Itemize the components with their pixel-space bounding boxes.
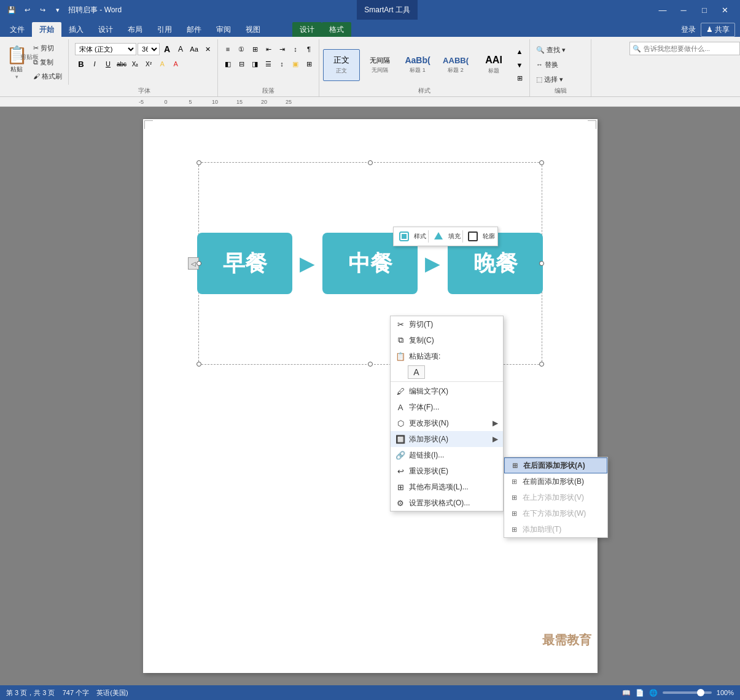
handle-tc[interactable]	[368, 160, 373, 165]
handle-tl[interactable]	[197, 160, 201, 165]
indent-decrease-btn[interactable]: ⇤	[262, 43, 275, 55]
paste-preview-box[interactable]: A	[408, 365, 425, 379]
numbering-btn[interactable]: ①	[235, 43, 247, 55]
login-btn[interactable]: 登录	[681, 25, 696, 35]
ctx-add-shape[interactable]: 🔲 添加形状(A) ▶	[391, 431, 503, 447]
tab-review[interactable]: 审阅	[209, 22, 238, 37]
bullets-btn[interactable]: ≡	[222, 43, 234, 55]
style-title[interactable]: AAI 标题	[475, 49, 512, 81]
undo-btn[interactable]: ↩	[20, 3, 34, 17]
handle-ml[interactable]	[197, 261, 201, 266]
ribbon-toggle-btn[interactable]: —	[653, 1, 672, 18]
ctx-paste-options[interactable]: 📋 粘贴选项:	[391, 348, 503, 364]
zoom-thumb[interactable]	[697, 689, 704, 696]
ctx-layout-options[interactable]: ⊞ 其他布局选项(L)...	[391, 479, 503, 495]
qa-dropdown-btn[interactable]: ▾	[51, 3, 64, 17]
styles-more-btn[interactable]: ⊞	[513, 72, 526, 85]
tab-home[interactable]: 开始	[32, 22, 61, 37]
strikethrough-btn[interactable]: abc	[115, 58, 128, 70]
underline-btn[interactable]: U	[102, 58, 114, 70]
line-spacing-btn[interactable]: ↕	[276, 58, 288, 70]
ctx-hyperlink[interactable]: 🔗 超链接(I)...	[391, 447, 503, 463]
submenu-add-before[interactable]: ⊞ 在前面添加形状(B)	[504, 473, 607, 489]
style-no-spacing[interactable]: 无间隔 无间隔	[361, 49, 398, 81]
tab-design[interactable]: 设计	[91, 22, 120, 37]
sort-btn[interactable]: ↕	[289, 43, 302, 55]
font-family-select[interactable]: 宋体 (正文)	[75, 43, 136, 55]
ctx-layout-options-label: 其他布局选项(L)...	[409, 482, 469, 492]
mt-outline-btn[interactable]	[465, 229, 481, 244]
redo-btn[interactable]: ↪	[36, 3, 49, 17]
superscript-btn[interactable]: X²	[142, 58, 155, 70]
tab-view[interactable]: 视图	[238, 22, 268, 37]
font-size-select[interactable]: 36	[138, 43, 160, 55]
view-print-btn[interactable]: 📄	[636, 689, 644, 697]
search-input[interactable]	[644, 45, 730, 52]
replace-btn[interactable]: ↔ 替换	[534, 58, 561, 71]
tab-references[interactable]: 引用	[150, 22, 179, 37]
tab-smartart-design[interactable]: 设计	[292, 22, 322, 37]
styles-scroll-down[interactable]: ▼	[513, 59, 526, 71]
styles-scroll-up[interactable]: ▲	[513, 45, 526, 58]
flow-box-1[interactable]: 早餐	[197, 233, 292, 294]
bold-btn[interactable]: B	[75, 58, 87, 70]
border-btn[interactable]: ⊞	[303, 58, 315, 70]
tab-layout[interactable]: 布局	[120, 22, 150, 37]
search-bar[interactable]: 🔍	[629, 42, 740, 55]
font-clear-btn[interactable]: ✕	[201, 43, 214, 55]
ctx-reset-shape[interactable]: ↩ 重设形状(E)	[391, 463, 503, 479]
justify-btn[interactable]: ☰	[262, 58, 275, 70]
ctx-paste-preview[interactable]: A	[391, 364, 503, 380]
tab-smartart-format[interactable]: 格式	[322, 22, 351, 37]
hyperlink-icon: 🔗	[395, 450, 405, 460]
minimize-btn[interactable]: ─	[674, 1, 693, 18]
subscript-btn[interactable]: X₂	[129, 58, 141, 70]
format-painter-btn[interactable]: 🖌 格式刷	[31, 69, 64, 83]
handle-mr[interactable]	[539, 261, 544, 266]
tab-mailings[interactable]: 邮件	[179, 22, 209, 37]
find-btn[interactable]: 🔍 查找 ▾	[534, 43, 568, 56]
multilevel-btn[interactable]: ⊞	[249, 43, 261, 55]
italic-btn[interactable]: I	[88, 58, 101, 70]
share-btn[interactable]: ♟ 共享	[701, 23, 735, 37]
mt-style-btn[interactable]	[396, 229, 412, 244]
submenu-add-after[interactable]: ⊞ 在后面添加形状(A)	[504, 457, 607, 473]
indent-increase-btn[interactable]: ⇥	[276, 43, 288, 55]
style-heading1[interactable]: AaBb( 标题 1	[399, 49, 436, 81]
reset-shape-icon: ↩	[395, 466, 405, 476]
tab-file[interactable]: 文件	[2, 22, 32, 37]
ctx-edit-text[interactable]: 🖊 编辑文字(X)	[391, 383, 503, 399]
mt-fill-btn[interactable]	[430, 229, 446, 244]
handle-bl[interactable]	[197, 362, 201, 367]
tab-insert[interactable]: 插入	[61, 22, 91, 37]
ctx-copy[interactable]: ⧉ 复制(C)	[391, 332, 503, 348]
handle-tr[interactable]	[539, 160, 544, 165]
align-center-btn[interactable]: ⊟	[235, 58, 247, 70]
font-shrink-btn[interactable]: A	[174, 43, 187, 55]
zoom-slider[interactable]	[663, 691, 712, 694]
style-normal[interactable]: 正文 正文	[323, 49, 360, 81]
lang-info: 英语(美国)	[96, 689, 128, 696]
close-btn[interactable]: ✕	[715, 1, 735, 18]
ctx-font[interactable]: A 字体(F)...	[391, 399, 503, 415]
view-web-btn[interactable]: 🌐	[649, 689, 658, 697]
view-read-btn[interactable]: 📖	[622, 689, 631, 697]
show-marks-btn[interactable]: ¶	[303, 43, 315, 55]
ctx-change-shape[interactable]: ⬡ 更改形状(N) ▶	[391, 415, 503, 431]
font-case-btn[interactable]: Aa	[188, 43, 200, 55]
shading-btn[interactable]: ▣	[289, 58, 302, 70]
ctx-cut[interactable]: ✂ 剪切(T)	[391, 316, 503, 332]
word-count: 747 个字	[63, 689, 89, 696]
save-btn[interactable]: 💾	[5, 3, 18, 17]
align-left-btn[interactable]: ◧	[222, 58, 234, 70]
style-heading2[interactable]: AABB( 标题 2	[437, 49, 474, 81]
highlight-btn[interactable]: A	[156, 58, 168, 70]
ctx-shape-format[interactable]: ⚙ 设置形状格式(O)...	[391, 495, 503, 511]
font-color-btn[interactable]: A	[169, 58, 182, 70]
select-btn[interactable]: ⬚ 选择 ▾	[534, 72, 566, 86]
align-right-btn[interactable]: ◨	[249, 58, 261, 70]
font-grow-btn[interactable]: A	[161, 43, 173, 55]
handle-br[interactable]	[539, 362, 544, 367]
handle-bc[interactable]	[368, 362, 373, 367]
maximize-btn[interactable]: □	[695, 1, 714, 18]
